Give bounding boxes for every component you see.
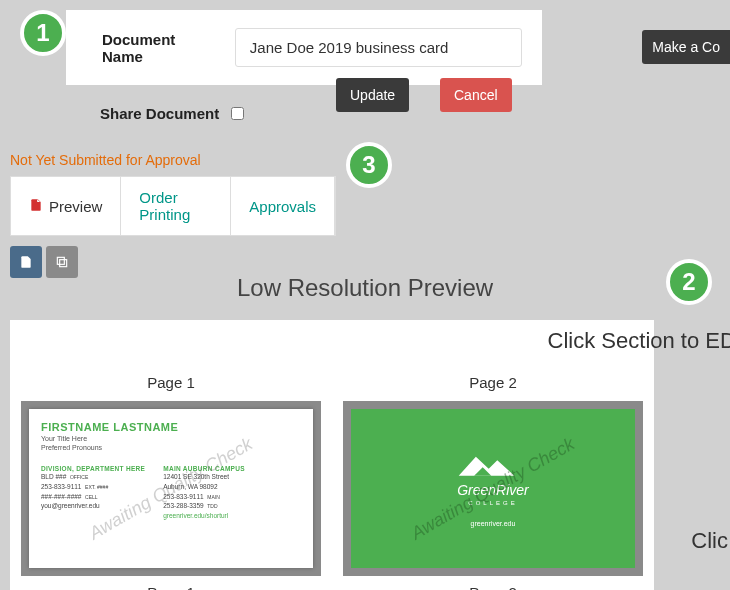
update-button[interactable]: Update bbox=[336, 78, 409, 112]
click-section-text: Click Section to EDI bbox=[548, 328, 730, 354]
page-1-label-top: Page 1 bbox=[21, 374, 321, 391]
share-document-row: Share Document bbox=[100, 105, 730, 122]
make-copy-button[interactable]: Make a Co bbox=[642, 30, 730, 64]
tab-approvals-label: Approvals bbox=[249, 198, 316, 215]
document-name-label: Document Name bbox=[102, 31, 217, 65]
annotation-badge-1: 1 bbox=[20, 10, 66, 56]
tab-order-printing[interactable]: Order Printing bbox=[121, 177, 231, 235]
logo-sub: COLLEGE bbox=[468, 500, 517, 506]
preview-area: Click Section to EDI Clic Page 1 FIRSTNA… bbox=[10, 320, 654, 590]
card-left-header: DIVISION, DEPARTMENT HERE bbox=[41, 465, 145, 472]
pdf-icon bbox=[29, 198, 43, 215]
tab-preview-label: Preview bbox=[49, 198, 102, 215]
page-1-column: Page 1 FIRSTNAME LASTNAME Your Title Her… bbox=[21, 374, 321, 590]
document-name-panel: Document Name bbox=[66, 10, 542, 85]
card-pronouns: Preferred Pronouns bbox=[41, 444, 301, 451]
tab-approvals[interactable]: Approvals bbox=[231, 177, 335, 235]
share-document-label: Share Document bbox=[100, 105, 219, 122]
page-1-preview[interactable]: FIRSTNAME LASTNAME Your Title Here Prefe… bbox=[21, 401, 321, 576]
card-back-url: greenriver.edu bbox=[471, 520, 516, 527]
click-below-text: Clic bbox=[691, 528, 728, 554]
page-2-label-bottom: Page 2 bbox=[343, 584, 643, 590]
card-name: FIRSTNAME LASTNAME bbox=[41, 421, 301, 433]
card-title: Your Title Here bbox=[41, 435, 301, 442]
share-document-checkbox[interactable] bbox=[231, 107, 244, 120]
copy-tool-button[interactable] bbox=[46, 246, 78, 278]
logo-text: GreenRiver bbox=[457, 482, 529, 498]
annotation-badge-3: 3 bbox=[346, 142, 392, 188]
tab-order-label: Order Printing bbox=[139, 189, 212, 223]
preview-title: Low Resolution Preview bbox=[0, 274, 730, 302]
page-1-label-bottom: Page 1 bbox=[21, 584, 321, 590]
document-icon bbox=[19, 255, 33, 269]
tabs: Preview Order Printing Approvals bbox=[10, 176, 336, 236]
svg-rect-0 bbox=[60, 260, 67, 267]
page-2-preview[interactable]: GreenRiver COLLEGE greenriver.edu Awaiti… bbox=[343, 401, 643, 576]
card-right-header: MAIN AUBURN CAMPUS bbox=[163, 465, 245, 472]
svg-rect-1 bbox=[57, 257, 64, 264]
page-2-label-top: Page 2 bbox=[343, 374, 643, 391]
mountain-icon bbox=[448, 450, 538, 480]
document-name-input[interactable] bbox=[235, 28, 522, 67]
tab-preview[interactable]: Preview bbox=[11, 177, 121, 235]
annotation-badge-2: 2 bbox=[666, 259, 712, 305]
copy-icon bbox=[55, 255, 69, 269]
page-2-column: Page 2 GreenRiver COLLEGE greenriver.edu… bbox=[343, 374, 643, 590]
document-tool-button[interactable] bbox=[10, 246, 42, 278]
cancel-button[interactable]: Cancel bbox=[440, 78, 512, 112]
